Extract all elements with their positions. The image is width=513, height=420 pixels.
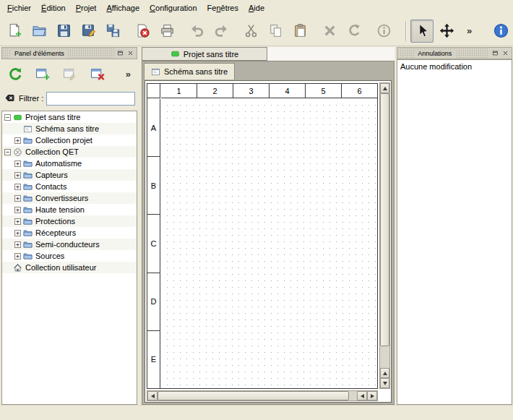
vertical-scroll-track[interactable] <box>380 93 389 368</box>
tree-plus-toggle-icon[interactable]: + <box>14 184 21 190</box>
undo-panel-close-button[interactable] <box>501 48 510 58</box>
tree-item-schema-sans-titre[interactable]: Schéma sans titre <box>2 123 137 134</box>
scroll-left-button[interactable] <box>147 391 158 400</box>
menu-configuration[interactable]: Configuration <box>145 0 202 16</box>
tree-item-haute-tension[interactable]: +Haute tension <box>2 204 137 215</box>
tree-plus-toggle-icon[interactable]: + <box>14 137 21 144</box>
save-as-button[interactable] <box>77 20 100 43</box>
close-icon <box>127 50 134 56</box>
tree-item-recepteurs[interactable]: +Récepteurs <box>2 227 137 239</box>
copy-icon <box>268 23 283 38</box>
menu-projet[interactable]: Projet <box>71 0 102 16</box>
folder-icon <box>23 205 33 215</box>
toolbar-group-close-print <box>131 20 178 43</box>
elements-panel-title: Panel d'éléments <box>11 49 68 58</box>
tree-item-collection-projet[interactable]: +Collection projet <box>2 134 137 146</box>
tree-minus-toggle-icon[interactable]: − <box>4 114 11 121</box>
scroll-up-button-2[interactable] <box>380 368 389 378</box>
clear-filter-button[interactable] <box>4 93 16 105</box>
menu-aide[interactable]: Aide <box>243 0 270 16</box>
undo-list-item[interactable]: Aucune modification <box>397 60 512 72</box>
undo-panel-titlebar[interactable]: Annulations <box>397 47 512 59</box>
delete-button[interactable] <box>318 20 341 43</box>
undo-panel-float-button[interactable] <box>491 48 500 58</box>
tree-plus-toggle-icon[interactable]: + <box>14 218 21 225</box>
tree-plus-toggle-icon[interactable]: + <box>14 160 21 167</box>
scroll-right-button[interactable] <box>367 391 377 400</box>
tree-plus-toggle-icon[interactable]: + <box>14 172 21 179</box>
elements-panel-buttons <box>114 48 137 58</box>
paste-button[interactable] <box>288 20 311 43</box>
folder-icon <box>23 182 33 192</box>
new-document-button[interactable] <box>3 20 26 43</box>
diagram-grid[interactable] <box>161 99 377 388</box>
undo-button[interactable] <box>185 20 208 43</box>
open-document-button[interactable] <box>27 20 51 43</box>
redo-button[interactable] <box>210 20 233 43</box>
schema-tab[interactable]: Schéma sans titre <box>144 63 235 80</box>
tree-item-semi-conducteurs[interactable]: +Semi-conducteurs <box>2 239 137 250</box>
elements-panel: Panel d'éléments » Filtrer : −Projet san… <box>1 47 137 405</box>
tree-item-label: Schéma sans titre <box>35 124 99 133</box>
project-tabbar: Projet sans titre <box>142 47 395 61</box>
rotate-button[interactable] <box>342 20 366 43</box>
cut-button[interactable] <box>239 20 262 43</box>
tree-plus-toggle-icon[interactable]: + <box>14 195 21 202</box>
folder-icon <box>23 136 33 145</box>
horizontal-scrollbar[interactable] <box>147 390 378 401</box>
tree-item-collection-utilisateur[interactable]: Collection utilisateur <box>2 262 137 273</box>
tree-item-protections[interactable]: +Protections <box>2 215 137 227</box>
tree-item-label: Convertisseurs <box>35 194 88 202</box>
folder-icon <box>23 171 33 180</box>
project-tab[interactable]: Projet sans titre <box>142 47 267 61</box>
menu-affichage[interactable]: Affichage <box>101 0 145 16</box>
scroll-mode-button[interactable] <box>435 20 458 43</box>
reload-collections-button[interactable] <box>3 63 27 85</box>
new-element-button[interactable] <box>30 63 55 85</box>
save-button[interactable] <box>52 20 75 43</box>
select-mode-button[interactable] <box>410 20 434 43</box>
tree-item-collection-qet[interactable]: −Collection QET <box>2 146 137 158</box>
tree-item-convertisseurs[interactable]: +Convertisseurs <box>2 192 137 204</box>
scroll-left-button-2[interactable] <box>357 391 367 400</box>
tree-item-contacts[interactable]: +Contacts <box>2 181 137 192</box>
elements-panel-float-button[interactable] <box>116 48 125 58</box>
tree-plus-toggle-icon[interactable]: + <box>14 207 21 213</box>
filter-input[interactable] <box>46 92 135 106</box>
copy-button[interactable] <box>264 20 287 43</box>
tree-item-capteurs[interactable]: +Capteurs <box>2 169 137 181</box>
tree-item-sources[interactable]: +Sources <box>2 250 137 262</box>
diagram-info-button[interactable] <box>372 20 395 43</box>
vertical-scroll-thumb[interactable] <box>380 93 389 346</box>
menu-edition[interactable]: Édition <box>36 0 71 16</box>
workspace: Projet sans titre Schéma sans titre 1234… <box>142 47 395 405</box>
tree-item-label: Protections <box>35 217 75 226</box>
horizontal-scroll-thumb[interactable] <box>158 391 349 400</box>
scroll-up-button[interactable] <box>380 83 389 93</box>
tree-plus-toggle-icon[interactable]: + <box>14 241 21 248</box>
ruler-column-label: 4 <box>269 84 305 98</box>
elements-panel-close-button[interactable] <box>126 48 135 58</box>
scroll-down-button[interactable] <box>380 378 389 388</box>
save-all-button[interactable] <box>101 20 124 43</box>
folder-icon <box>23 228 33 238</box>
about-button[interactable] <box>491 20 510 43</box>
tree-item-automatisme[interactable]: +Automatisme <box>2 158 137 169</box>
delete-element-button[interactable] <box>85 63 110 85</box>
close-file-button[interactable] <box>131 20 154 43</box>
tree-plus-toggle-icon[interactable]: + <box>14 253 21 260</box>
horizontal-scroll-track[interactable] <box>158 391 357 400</box>
tree-item-projet-sans-titre[interactable]: −Projet sans titre <box>2 111 137 123</box>
tree-minus-toggle-icon[interactable]: − <box>4 149 11 155</box>
ruler-row-label: D <box>147 273 160 330</box>
toolbar-overflow-button[interactable]: » <box>465 25 474 36</box>
elements-panel-titlebar[interactable]: Panel d'éléments <box>1 47 137 59</box>
tree-item-label: Semi-conducteurs <box>35 240 100 249</box>
menu-fichier[interactable]: Fichier <box>2 0 36 16</box>
tree-plus-toggle-icon[interactable]: + <box>14 230 21 236</box>
vertical-scrollbar[interactable] <box>379 82 390 389</box>
print-button[interactable] <box>155 20 178 43</box>
menu-fenetres[interactable]: Fenêtres <box>202 0 243 16</box>
panel-overflow-button[interactable]: » <box>124 69 133 80</box>
edit-element-button[interactable] <box>58 63 82 85</box>
